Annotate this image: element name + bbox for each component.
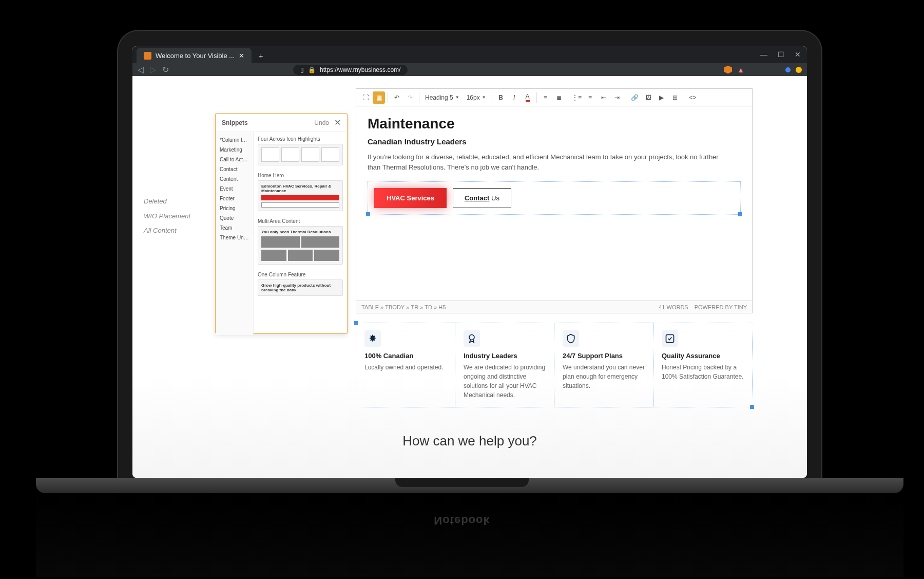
svg-point-0 bbox=[469, 335, 474, 340]
laptop-notch bbox=[395, 478, 529, 487]
snippets-categories: *Column layouts Marketing Call to Action… bbox=[216, 132, 254, 335]
body-text[interactable]: If you're looking for a diverse, reliabl… bbox=[368, 152, 727, 172]
fontsize-select[interactable]: 16px▼ bbox=[464, 92, 489, 103]
sidebar-item-deleted[interactable]: Deleted bbox=[144, 194, 205, 209]
bullist-button[interactable]: ⋮≡ bbox=[571, 91, 583, 104]
reader-icon: ▯ bbox=[300, 66, 304, 73]
reload-button[interactable]: ↻ bbox=[162, 65, 169, 74]
contact-us-button[interactable]: Contact Us bbox=[453, 188, 511, 208]
notebook-label: Notebook bbox=[434, 514, 490, 527]
textcolor-button[interactable]: A bbox=[522, 91, 534, 104]
fullscreen-button[interactable]: ⛶ bbox=[359, 91, 372, 104]
link-button[interactable]: 🔗 bbox=[629, 91, 641, 104]
path-tbody[interactable]: TBODY bbox=[385, 304, 405, 310]
address-bar: ◁ ▷ ↻ ▯ 🔒 https://www.mybusiness.com/ ▲ bbox=[132, 63, 807, 76]
media-button[interactable]: ▶ bbox=[656, 91, 668, 104]
editor-canvas[interactable]: Maintenance Canadian Industry Leaders If… bbox=[356, 106, 753, 301]
preview-multi-area[interactable]: Multi Area Content You only need Thermal… bbox=[258, 218, 343, 265]
path-h5[interactable]: H5 bbox=[438, 304, 446, 310]
addr-right: ▲ bbox=[724, 66, 802, 74]
extension-icon[interactable] bbox=[785, 67, 791, 72]
aligncenter-button[interactable]: ≣ bbox=[553, 91, 565, 104]
window-controls: — ☐ ✕ bbox=[760, 50, 801, 59]
preview-home-hero[interactable]: Home Hero Edmonton HVAC Services, Repair… bbox=[258, 173, 343, 211]
shield-icon[interactable] bbox=[724, 66, 732, 74]
path-td[interactable]: TD bbox=[425, 304, 432, 310]
new-tab-button[interactable]: + bbox=[254, 49, 268, 63]
word-count: 41 WORDS bbox=[659, 304, 688, 310]
forward-button[interactable]: ▷ bbox=[150, 65, 156, 74]
profile-icon[interactable] bbox=[796, 67, 802, 73]
url-text: https://www.mybusiness.com/ bbox=[320, 66, 400, 73]
feature-title: Industry Leaders bbox=[464, 352, 546, 360]
lock-icon: 🔒 bbox=[308, 66, 316, 73]
warning-icon[interactable]: ▲ bbox=[737, 66, 744, 74]
shield-icon bbox=[563, 330, 579, 347]
back-button[interactable]: ◁ bbox=[138, 65, 144, 74]
snippets-panel: Snippets Undo ✕ *Column layouts Marketin… bbox=[215, 113, 348, 334]
italic-button[interactable]: I bbox=[508, 91, 521, 104]
reflection bbox=[36, 495, 903, 577]
help-heading: How can we help you? bbox=[402, 433, 537, 449]
indent-button[interactable]: ⇥ bbox=[611, 91, 623, 104]
close-window-button[interactable]: ✕ bbox=[795, 50, 801, 59]
cat-call-to-action[interactable]: Call to Action bbox=[216, 155, 253, 164]
bold-button[interactable]: B bbox=[495, 91, 507, 104]
path-table[interactable]: TABLE bbox=[361, 304, 379, 310]
snippets-body: *Column layouts Marketing Call to Action… bbox=[216, 132, 347, 335]
undo-button[interactable]: ↶ bbox=[391, 91, 403, 104]
snippets-close-icon[interactable]: ✕ bbox=[334, 118, 341, 127]
page-heading[interactable]: Maintenance bbox=[368, 116, 741, 132]
cat-footer[interactable]: Footer bbox=[216, 194, 253, 203]
tab-strip: Welcome to Your Visible ... ✕ + — ☐ ✕ bbox=[132, 46, 807, 63]
minimize-button[interactable]: — bbox=[760, 50, 767, 59]
feature-canadian[interactable]: 100% Canadian Locally owned and operated… bbox=[356, 323, 455, 407]
redo-button[interactable]: ↷ bbox=[404, 91, 416, 104]
snippets-undo-button[interactable]: Undo bbox=[314, 119, 329, 126]
feature-support[interactable]: 24/7 Support Plans We understand you can… bbox=[554, 323, 653, 407]
cat-marketing[interactable]: Marketing bbox=[216, 145, 253, 155]
check-icon bbox=[662, 330, 678, 347]
cat-column-layouts[interactable]: *Column layouts bbox=[216, 135, 253, 145]
editor-toolbar: ⛶ ▦ ↶ ↷ Heading 5▼ 16px▼ B I A ≡ ≣ bbox=[356, 88, 753, 106]
preview-four-across[interactable]: Four Across Icon Highlights bbox=[258, 136, 343, 165]
browser-tab[interactable]: Welcome to Your Visible ... ✕ bbox=[137, 48, 252, 63]
cat-event[interactable]: Event bbox=[216, 184, 253, 194]
cat-quote[interactable]: Quote bbox=[216, 213, 253, 223]
sidebar-item-wo-placement[interactable]: W/O Placement bbox=[144, 209, 205, 224]
feature-text: We understand you can never plan enough … bbox=[563, 363, 645, 390]
cat-content[interactable]: Content bbox=[216, 174, 253, 184]
outdent-button[interactable]: ⇤ bbox=[598, 91, 610, 104]
template-button[interactable]: ⊞ bbox=[669, 91, 681, 104]
image-button[interactable]: 🖼 bbox=[642, 91, 654, 104]
features-row[interactable]: 100% Canadian Locally owned and operated… bbox=[356, 323, 753, 407]
badge-icon bbox=[464, 330, 480, 347]
cta-row[interactable]: HVAC Services Contact Us bbox=[368, 181, 741, 215]
feature-quality[interactable]: Quality Assurance Honest Pricing backed … bbox=[653, 323, 752, 407]
tab-close-icon[interactable]: ✕ bbox=[239, 52, 244, 60]
cat-pricing[interactable]: Pricing bbox=[216, 203, 253, 213]
maximize-button[interactable]: ☐ bbox=[778, 50, 784, 59]
feature-industry[interactable]: Industry Leaders We are dedicated to pro… bbox=[455, 323, 554, 407]
sidebar-item-all-content[interactable]: All Content bbox=[144, 223, 205, 238]
left-sidebar: Deleted W/O Placement All Content bbox=[144, 194, 205, 238]
cat-contact[interactable]: Contact bbox=[216, 164, 253, 174]
grid-button[interactable]: ▦ bbox=[373, 91, 385, 104]
feature-title: 100% Canadian bbox=[364, 352, 447, 360]
code-button[interactable]: <> bbox=[687, 91, 699, 104]
cat-theme[interactable]: Theme Unicomme bbox=[216, 233, 253, 242]
preview-one-column[interactable]: One Column Feature Grow high-quality pro… bbox=[258, 272, 343, 296]
hvac-services-button[interactable]: HVAC Services bbox=[374, 188, 447, 208]
browser-chrome: Welcome to Your Visible ... ✕ + — ☐ ✕ ◁ … bbox=[132, 46, 807, 76]
alignleft-button[interactable]: ≡ bbox=[540, 91, 552, 104]
numlist-button[interactable]: ≡ bbox=[584, 91, 596, 104]
feature-text: Locally owned and operated. bbox=[364, 363, 447, 372]
sub-heading[interactable]: Canadian Industry Leaders bbox=[368, 137, 741, 146]
cat-team[interactable]: Team bbox=[216, 223, 253, 233]
maple-leaf-icon bbox=[364, 330, 381, 347]
path-tr[interactable]: TR bbox=[411, 304, 418, 310]
url-input[interactable]: ▯ 🔒 https://www.mybusiness.com/ bbox=[293, 65, 408, 75]
editor-footer: TABLE » TBODY » TR » TD » H5 41 WORDS PO… bbox=[356, 301, 753, 313]
heading-select[interactable]: Heading 5▼ bbox=[422, 92, 463, 103]
feature-text: Honest Pricing backed by a 100% Satisfac… bbox=[662, 363, 744, 381]
